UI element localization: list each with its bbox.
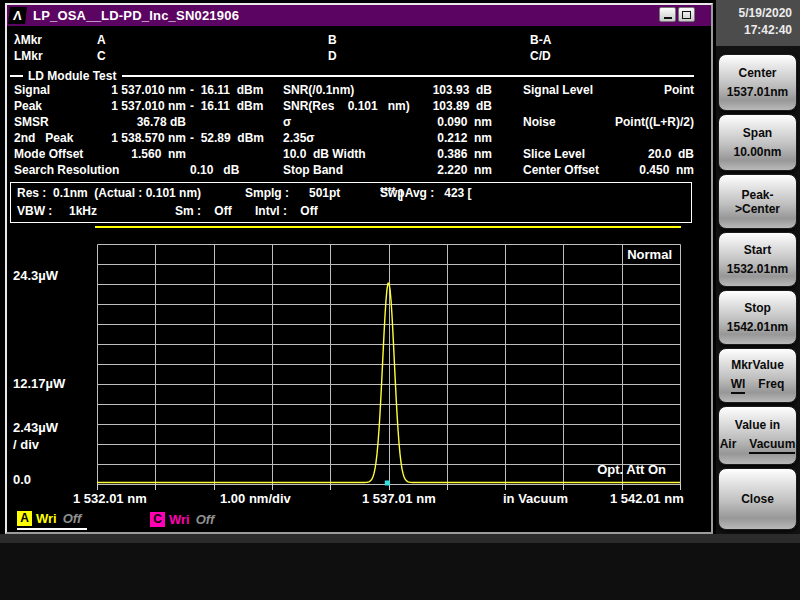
analysis-label: 2.35σ — [283, 130, 410, 146]
lambda-mkr-b: B — [328, 32, 530, 48]
minimize-button[interactable] — [659, 7, 676, 22]
y-axis-per-div-unit: / div — [13, 437, 39, 452]
stop-button[interactable]: Stop 1542.01nm — [718, 290, 797, 345]
analysis-label — [492, 130, 584, 146]
center-label: Center — [738, 66, 776, 80]
center-button[interactable]: Center 1537.01nm — [718, 54, 797, 111]
x-axis-start-label: 1 532.01 nm — [73, 491, 147, 506]
marker-value-toggle-button[interactable]: MkrValue Wl Freq — [718, 348, 797, 403]
mkrvalue-wl-option[interactable]: Wl — [731, 377, 746, 394]
start-value: 1532.01nm — [727, 262, 788, 276]
analysis-value: 20.0 dB — [584, 146, 694, 162]
l-mkr-label: LMkr — [14, 48, 97, 64]
analysis-value: 103.89 dB — [410, 98, 492, 114]
span-button[interactable]: Span 10.00nm — [718, 114, 797, 171]
analysis-label: SMSR — [14, 114, 104, 130]
trace-a-mode: Wri — [36, 511, 57, 526]
analysis-value: Point — [584, 82, 694, 98]
analysis-value: 0.212 nm — [410, 130, 492, 146]
value-in-toggle-button[interactable]: Value in Air Vacuum — [718, 406, 797, 465]
l-mkr-d: D — [328, 48, 530, 64]
analysis-value: Point((L+R)/2) — [584, 114, 694, 130]
analysis-value: 36.78 dB — [104, 114, 186, 130]
analysis-value — [584, 98, 694, 114]
trace-a-badge: A — [17, 511, 32, 526]
trace-c-selector[interactable]: C Wri Off — [150, 510, 220, 530]
x-axis-medium-label: in Vacuum — [503, 491, 568, 506]
analysis-value — [104, 162, 186, 178]
marker-header: λMkr A B B-A LMkr C D C/D — [14, 32, 551, 64]
close-button[interactable]: Close — [718, 468, 797, 530]
analysis-label: Peak — [14, 98, 104, 114]
datetime-display: 5/19/2020 17:42:40 — [716, 0, 800, 46]
analysis-value — [186, 114, 283, 130]
analysis-label: Signal — [14, 82, 104, 98]
value-in-vacuum-option[interactable]: Vacuum — [749, 437, 795, 454]
analysis-label — [492, 98, 584, 114]
time-text: 17:42:40 — [716, 22, 792, 39]
lambda-mkr-a: A — [97, 32, 328, 48]
span-label: Span — [743, 126, 772, 140]
analysis-value: - 16.11 dBm — [186, 82, 283, 98]
resolution-setting: Res : 0.1nm (Actual : 0.101 nm) — [17, 186, 201, 200]
window-title: LP_OSA__LD-PD_Inc_SN021906 — [33, 8, 239, 23]
center-value: 1537.01nm — [727, 85, 788, 99]
analysis-value: 0.386 nm — [410, 146, 492, 162]
stop-value: 1542.01nm — [727, 320, 788, 334]
active-trace-separator-line — [95, 226, 681, 228]
start-button[interactable]: Start 1532.01nm — [718, 232, 797, 287]
analysis-value: 1.560 nm — [104, 146, 186, 162]
analysis-value: - 52.89 dBm — [186, 130, 283, 146]
analysis-value — [584, 130, 694, 146]
trace-c-state: Off — [196, 512, 215, 527]
anritsu-logo-icon: Λ — [8, 7, 27, 24]
analysis-label: 2nd Peak — [14, 130, 104, 146]
analysis-label: SNR(/0.1nm) — [283, 82, 410, 98]
trace-a-selector[interactable]: A Wri Off — [17, 510, 87, 530]
sweep-average-setting: SwpAvg : 423 [ **** ] — [380, 186, 403, 201]
analysis-label: 10.0 dB Width — [283, 146, 410, 162]
analysis-section-header: LD Module Test — [10, 69, 694, 83]
y-axis-mid-label: 12.17µW — [13, 376, 65, 391]
start-label: Start — [744, 243, 771, 257]
l-mkr-ratio: C/D — [530, 48, 551, 64]
mkrvalue-freq-option[interactable]: Freq — [758, 377, 784, 394]
value-in-air-option[interactable]: Air — [720, 437, 737, 454]
trace-c-mode: Wri — [169, 512, 190, 527]
y-axis-zero-label: 0.0 — [13, 472, 31, 487]
stop-label: Stop — [744, 301, 771, 315]
section-title: LD Module Test — [28, 69, 116, 83]
analysis-label: Noise — [492, 114, 584, 130]
sweep-settings-box: Res : 0.1nm (Actual : 0.101 nm) Smplg : … — [10, 182, 692, 223]
trace-mode-label: Normal — [627, 247, 672, 262]
peak-to-center-label: Peak->Center — [719, 188, 796, 216]
analysis-value: 103.93 dB — [410, 82, 492, 98]
analysis-value: - 16.11 dBm — [186, 98, 283, 114]
maximize-icon — [682, 11, 691, 19]
analysis-label: Search Resolution — [14, 162, 104, 178]
osa-app-window: Λ LP_OSA__LD-PD_Inc_SN021906 λMkr A B B-… — [5, 3, 713, 534]
mkrvalue-label: MkrValue — [731, 358, 784, 372]
y-axis-top-label: 24.3µW — [13, 268, 58, 283]
sampling-setting: Smplg : 501pt — [245, 186, 340, 200]
analysis-results: Signal1 537.010 nm- 16.11 dBmSNR(/0.1nm)… — [14, 82, 694, 178]
menu-bar-strip — [0, 534, 800, 543]
peak-to-center-button[interactable]: Peak->Center — [718, 174, 797, 229]
lambda-mkr-label: λMkr — [14, 32, 97, 48]
minimize-icon — [664, 17, 672, 19]
analysis-value: 0.450 nm — [584, 162, 694, 178]
lambda-mkr-diff: B-A — [530, 32, 551, 48]
vbw-setting: VBW : 1kHz — [17, 204, 97, 218]
interval-setting: Intvl : Off — [255, 204, 318, 218]
trace-c-badge: C — [150, 512, 165, 527]
value-in-label: Value in — [735, 418, 780, 432]
analysis-value: 2.220 nm — [410, 162, 492, 178]
trace-a-state: Off — [63, 511, 82, 526]
maximize-button[interactable] — [678, 7, 695, 22]
analysis-label: Slice Level — [492, 146, 584, 162]
date-text: 5/19/2020 — [716, 5, 792, 22]
analysis-label: Mode Offset — [14, 146, 104, 162]
analysis-value: 1 537.010 nm — [104, 82, 186, 98]
section-rule-right — [122, 75, 694, 77]
spectrum-plot — [97, 244, 682, 491]
